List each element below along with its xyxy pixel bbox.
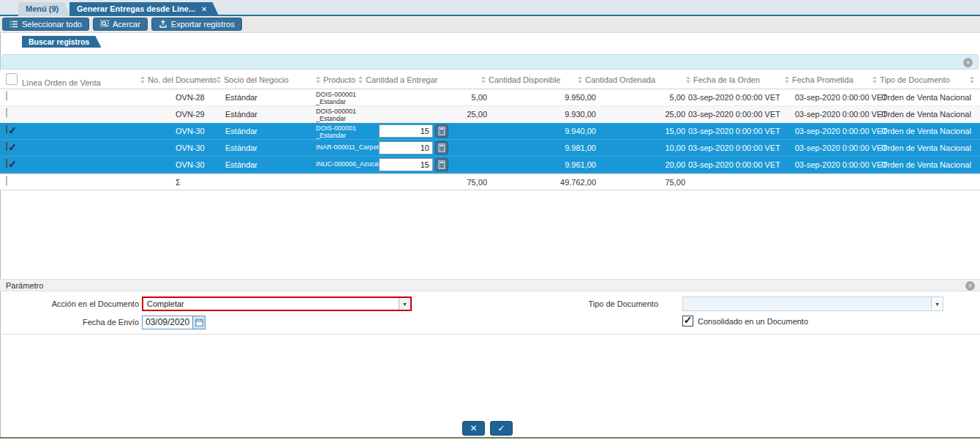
fecha-orden-cell: 03-sep-2020 0:00:00 VET	[688, 89, 791, 106]
column-label: Tipo de Documento	[880, 75, 950, 84]
export-records-button[interactable]: Exportar registros	[151, 18, 242, 31]
calculator-icon[interactable]	[435, 158, 448, 171]
column-label: Cantidad Ordenada	[585, 75, 655, 84]
zoom-button[interactable]: Acercar	[93, 18, 148, 31]
sort-icon[interactable]	[578, 76, 582, 83]
clear-filter-icon[interactable]: ✕	[963, 58, 973, 67]
cantidad-entregar-input[interactable]	[379, 124, 433, 138]
confirm-button[interactable]: ✓	[490, 421, 513, 436]
table-row-selected[interactable]: OVN-30 Estándar INUC-000006_Azucar 9.961…	[0, 157, 980, 174]
sort-icon[interactable]	[358, 76, 363, 83]
column-header-documento[interactable]: No. del Documento	[140, 70, 216, 89]
fecha-prometida-cell: 03-sep-2020 0:00:00 VET	[795, 157, 879, 174]
cancel-button[interactable]: ✕	[462, 421, 485, 436]
filter-bar[interactable]: ✕	[1, 54, 979, 70]
column-header-trailing-sort[interactable]	[970, 70, 974, 89]
tipo-documento-select[interactable]: ▼	[682, 297, 943, 311]
accion-documento-label: Acción en el Documento	[0, 297, 139, 311]
window-tabbar: Menú (9) Generar Entregas desde Line... …	[0, 0, 980, 16]
column-header-cantidad-disponible[interactable]: Cantidad Disponible	[481, 70, 560, 89]
tab-menu[interactable]: Menú (9)	[18, 2, 70, 16]
row-checkbox[interactable]	[6, 124, 7, 135]
sort-icon[interactable]	[686, 76, 690, 83]
row-checkbox[interactable]	[6, 158, 7, 168]
close-icon[interactable]: ✕	[201, 2, 207, 16]
zoom-label: Acercar	[113, 20, 140, 29]
cantidad-ordenada-cell: 15,00	[581, 123, 685, 140]
producto-cell: INAR-000011_Carpeta	[316, 140, 379, 157]
toolbar: Seleccionar todo Acercar Exportar regist…	[0, 16, 980, 33]
check-icon: ✓	[497, 423, 505, 433]
sort-icon[interactable]	[216, 76, 221, 83]
select-all-checkbox[interactable]	[6, 73, 18, 85]
row-checkbox[interactable]	[6, 176, 7, 186]
column-label: Socio del Negocio	[224, 75, 289, 84]
producto-cell: DOIS-000001_Estandar	[316, 106, 379, 123]
table-header: Línea Orden de Venta No. del Documento S…	[0, 70, 980, 89]
column-header-fecha-prometida[interactable]: Fecha Prometida	[785, 70, 853, 89]
sort-icon[interactable]	[872, 76, 877, 83]
sort-icon[interactable]	[481, 76, 486, 83]
cantidad-disponible-cell: 9.950,00	[486, 89, 596, 106]
cantidad-ordenada-cell: 20,00	[581, 157, 685, 174]
column-header-cantidad-entregar[interactable]: Cantidad a Entregar	[358, 70, 437, 89]
socio-cell: Estándar	[225, 157, 306, 174]
calculator-icon[interactable]	[435, 141, 448, 154]
column-label: Fecha de la Orden	[693, 75, 760, 84]
cantidad-ordenada-cell: 25,00	[581, 106, 685, 123]
parameter-title: Parámetro	[6, 281, 43, 290]
total-cantidad-entregar: 75,00	[395, 174, 487, 191]
fecha-orden-cell: 03-sep-2020 0:00:00 VET	[688, 123, 791, 140]
parameter-panel-header: Parámetro ✕	[0, 279, 980, 291]
accion-documento-select[interactable]: Completar ▼	[142, 297, 412, 311]
cantidad-entregar-input[interactable]	[379, 141, 433, 154]
column-label: No. del Documento	[148, 75, 216, 84]
close-icon: ✕	[470, 423, 477, 433]
application-window: Menú (9) Generar Entregas desde Line... …	[0, 0, 980, 440]
socio-cell: Estándar	[225, 89, 306, 106]
consolidado-checkbox[interactable]	[682, 316, 693, 327]
cantidad-ordenada-cell: 5,00	[581, 89, 685, 106]
column-header-cantidad-ordenada[interactable]: Cantidad Ordenada	[578, 70, 655, 89]
column-header-socio[interactable]: Socio del Negocio	[216, 70, 289, 89]
tab-label: Generar Entregas desde Line...	[77, 2, 195, 16]
table-row[interactable]: OVN-28 Estándar DOIS-000001_Estandar 5,0…	[0, 89, 980, 106]
table-row[interactable]: OVN-29 Estándar DOIS-000001_Estandar 25,…	[0, 106, 980, 123]
row-checkbox[interactable]	[6, 141, 7, 152]
calculator-icon[interactable]	[435, 124, 448, 138]
sort-icon[interactable]	[785, 76, 789, 83]
table-row-selected[interactable]: OVN-30 Estándar DOIS-000001_Estandar 9.9…	[0, 123, 980, 140]
chevron-down-icon[interactable]: ▼	[399, 298, 410, 310]
sort-icon[interactable]	[970, 76, 974, 83]
list-icon	[10, 20, 18, 29]
tab-buscar-registros[interactable]: Buscar registros	[22, 36, 101, 48]
row-checkbox[interactable]	[6, 108, 7, 118]
fecha-envio-field[interactable]: 03/09/2020	[142, 316, 206, 329]
producto-cell: INUC-000006_Azucar	[316, 157, 379, 174]
column-header-producto[interactable]: Producto	[316, 70, 355, 89]
chevron-down-icon[interactable]: ▼	[931, 297, 943, 310]
calendar-icon[interactable]	[192, 316, 205, 329]
fecha-prometida-cell: 03-sep-2020 0:00:00 VET	[795, 89, 879, 106]
cantidad-ordenada-cell: 10,00	[581, 140, 685, 157]
header-checkbox[interactable]	[6, 73, 18, 85]
window-bottom-border	[0, 437, 980, 439]
row-checkbox[interactable]	[6, 91, 7, 101]
column-header-tipo-documento[interactable]: Tipo de Documento	[872, 70, 950, 89]
consolidado-label: Consolidado en un Documento	[698, 316, 808, 328]
cantidad-entregar-cell: 25,00	[395, 106, 487, 123]
column-header-fecha-orden[interactable]: Fecha de la Orden	[686, 70, 760, 89]
table-row-selected[interactable]: OVN-30 Estándar INAR-000011_Carpeta 9.98…	[0, 140, 980, 157]
table-body: OVN-28 Estándar DOIS-000001_Estandar 5,0…	[0, 89, 980, 190]
tipo-documento-cell: Orden de Venta Nacional	[881, 89, 976, 106]
accion-documento-value: Completar	[143, 298, 399, 310]
producto-cell: DOIS-000001_Estandar	[316, 89, 379, 106]
cantidad-disponible-cell: 9.930,00	[486, 106, 596, 123]
cantidad-entregar-input[interactable]	[379, 158, 433, 171]
tab-generar-entregas[interactable]: Generar Entregas desde Line... ✕	[69, 2, 219, 16]
summary-row: Σ 75,00 49.762,00 75,00	[0, 174, 980, 190]
collapse-panel-icon[interactable]: ✕	[965, 281, 975, 291]
sort-icon[interactable]	[316, 76, 320, 83]
sort-icon[interactable]	[140, 76, 145, 83]
select-all-button[interactable]: Seleccionar todo	[2, 18, 89, 31]
